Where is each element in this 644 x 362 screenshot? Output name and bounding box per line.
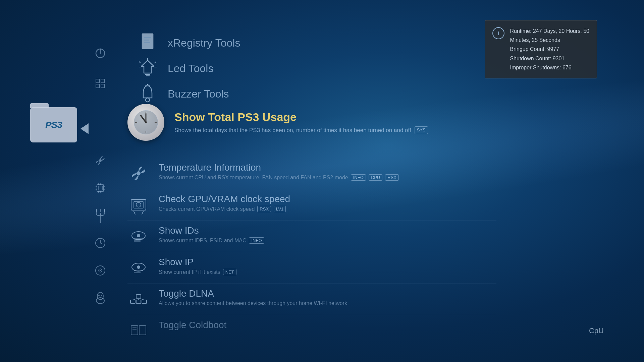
- trident-icon[interactable]: [94, 209, 107, 222]
- svg-point-61: [136, 202, 141, 207]
- ps3-logo: PS3: [45, 120, 62, 130]
- svg-point-29: [99, 159, 102, 162]
- xregistry-label: xRegistry Tools: [168, 37, 240, 49]
- rsx-tag2: RSX: [257, 206, 271, 212]
- bringup-count: Bringup Count: 9977: [510, 45, 589, 54]
- power-icon[interactable]: [94, 47, 107, 60]
- svg-rect-30: [97, 185, 104, 191]
- selected-item-container: Show Total PS3 Usage Shows the total day…: [127, 104, 429, 141]
- info-icon: i: [492, 27, 504, 39]
- svg-point-58: [137, 171, 141, 175]
- gpu-icon: [127, 194, 149, 216]
- info-text: Runtime: 247 Days, 20 Hours, 50 Minutes,…: [510, 26, 589, 72]
- svg-point-65: [137, 234, 140, 237]
- svg-rect-79: [131, 325, 138, 335]
- led-label: Led Tools: [168, 62, 213, 75]
- svg-rect-73: [136, 300, 141, 303]
- ps3-folder-background: PS3: [30, 107, 77, 142]
- selected-item[interactable]: Show Total PS3 Usage Shows the total day…: [127, 104, 429, 141]
- temperature-text: Temperature Information Shows current CP…: [159, 162, 496, 181]
- dlna-title: Toggle DLNA: [159, 288, 496, 299]
- svg-line-14: [139, 62, 141, 63]
- svg-line-62: [134, 212, 135, 214]
- chip-icon[interactable]: [94, 182, 107, 194]
- selected-item-text: Show Total PS3 Usage Shows the total day…: [174, 111, 429, 134]
- ids-desc: Shows current IDPS, PSID and MAC INFO: [159, 237, 496, 244]
- selected-desc: Shows the total days that the PS3 has be…: [174, 126, 429, 134]
- clock-small-icon[interactable]: [94, 237, 107, 249]
- list-item-temperature[interactable]: Temperature Information Shows current CP…: [127, 158, 496, 189]
- svg-rect-2: [96, 79, 100, 83]
- ids-text: Show IDs Shows current IDPS, PSID and MA…: [159, 225, 496, 244]
- list-item-coldboot[interactable]: Toggle Coldboot: [127, 315, 496, 346]
- svg-rect-72: [130, 300, 135, 303]
- sidebar-bottom: [94, 154, 107, 304]
- svg-rect-6: [142, 34, 153, 49]
- svg-rect-59: [131, 199, 146, 210]
- ids-title: Show IDs: [159, 225, 496, 236]
- net-tag: NET: [223, 269, 236, 275]
- temperature-description: Shows current CPU and RSX temperature, F…: [159, 175, 348, 181]
- menu-item-ledtools[interactable]: Led Tools: [138, 56, 240, 81]
- svg-rect-80: [139, 325, 146, 335]
- disc-icon[interactable]: [94, 264, 107, 277]
- svg-rect-5: [101, 84, 105, 88]
- runtime-line2: Minutes, 25 Seconds: [510, 36, 589, 45]
- far-right-labels: CpU: [589, 326, 604, 335]
- dlna-desc: Allows you to share content between devi…: [159, 300, 496, 306]
- led-icon: [138, 58, 158, 78]
- svg-rect-4: [96, 84, 100, 88]
- grid-icon[interactable]: [94, 77, 107, 90]
- shutdown-count: Shutdown Count: 9301: [510, 54, 589, 63]
- sys-tag: SYS: [415, 126, 428, 134]
- svg-point-18: [146, 98, 150, 102]
- fan-large-icon: [127, 162, 149, 184]
- svg-point-56: [98, 295, 100, 296]
- list-item-ip[interactable]: Show IP Show current IP if it exists NET: [127, 252, 496, 284]
- xregistry-icon: [138, 33, 158, 53]
- buzzer-label: Buzzer Tools: [168, 88, 229, 100]
- lv1-tag: LV1: [274, 206, 286, 212]
- network-icon: [127, 288, 149, 310]
- ps3-folder[interactable]: PS3: [30, 107, 77, 147]
- sidebar-top: [94, 47, 107, 90]
- svg-point-69: [137, 265, 140, 269]
- svg-rect-67: [134, 240, 141, 242]
- list-item-dlna[interactable]: Toggle DLNA Allows you to share content …: [127, 284, 496, 315]
- cpu-tag: CPU: [369, 174, 382, 181]
- svg-point-53: [100, 270, 101, 271]
- list-item-gpu[interactable]: Check GPU/VRAM clock speed Checks curren…: [127, 189, 496, 221]
- ip-desc: Show current IP if it exists NET: [159, 269, 496, 275]
- dlna-text: Toggle DLNA Allows you to share content …: [159, 288, 496, 306]
- svg-point-54: [97, 292, 103, 300]
- linux-icon[interactable]: [94, 292, 107, 304]
- svg-rect-66: [134, 238, 143, 240]
- coldboot-text: Toggle Coldboot: [159, 320, 496, 332]
- svg-rect-75: [136, 295, 141, 298]
- runtime-line1: Runtime: 247 Days, 20 Hours, 50: [510, 26, 589, 36]
- bottom-items-list: Temperature Information Shows current CP…: [127, 158, 496, 346]
- svg-marker-10: [141, 60, 154, 73]
- dlna-description: Allows you to share content between devi…: [159, 300, 347, 306]
- menu-item-buzzertools[interactable]: Buzzer Tools: [138, 81, 240, 107]
- eye2-icon: [127, 257, 149, 279]
- rsx-tag: RSX: [385, 174, 399, 181]
- ip-text: Show IP Show current IP if it exists NET: [159, 257, 496, 275]
- improper-shutdowns: Improper Shutdowns: 676: [510, 63, 589, 72]
- temperature-desc: Shows current CPU and RSX temperature, F…: [159, 174, 496, 181]
- svg-line-50: [100, 243, 102, 244]
- coldboot-icon: [127, 320, 149, 342]
- buzzer-icon: [138, 84, 158, 104]
- svg-point-57: [101, 295, 102, 296]
- svg-point-55: [96, 298, 104, 304]
- info-tag: INFO: [351, 174, 366, 181]
- ids-description: Shows current IDPS, PSID and MAC: [159, 238, 246, 244]
- menu-item-xregistry[interactable]: xRegistry Tools: [138, 30, 240, 56]
- fan-icon[interactable]: [94, 154, 107, 167]
- temperature-title: Temperature Information: [159, 162, 496, 173]
- ip-description: Show current IP if it exists: [159, 269, 220, 275]
- eye-icon: [127, 225, 149, 247]
- info-tag2: INFO: [249, 237, 264, 244]
- selected-title: Show Total PS3 Usage: [174, 111, 429, 124]
- list-item-ids[interactable]: Show IDs Shows current IDPS, PSID and MA…: [127, 221, 496, 252]
